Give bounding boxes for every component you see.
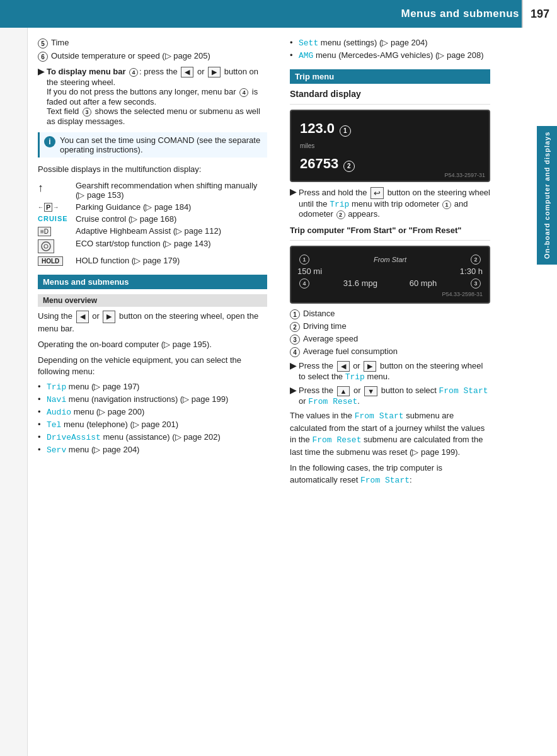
divider-2 [290, 240, 490, 241]
parking-text: Parking Guidance (▷ page 184) [76, 202, 267, 212]
list-item-6: 6 Outside temperature or speed (▷ page 2… [38, 51, 267, 62]
menu-amg-text: AMG menu (Mercedes-AMG vehicles) (▷ page… [299, 50, 484, 60]
depending-text: Depending on the vehicle equipment, you … [38, 355, 267, 379]
cruise-text: Cruise control (▷ page 168) [76, 214, 267, 224]
btn-left-3[interactable]: ◀ [337, 361, 350, 372]
btn-left-2[interactable]: ◀ [76, 311, 89, 323]
menu-item-audio: • Audio menu (▷ page 200) [38, 407, 267, 417]
highbeam-text: Adaptive Highbeam Assist (▷ page 112) [76, 226, 267, 236]
right-column: • Sett menu (settings) (▷ page 204) • AM… [280, 28, 525, 756]
btn-down[interactable]: ▼ [364, 386, 377, 396]
highbeam-icon: ≡D [38, 227, 51, 236]
menu-item-serv: • Serv menu (▷ page 204) [38, 445, 267, 455]
screen1-callout1: 1 [340, 125, 351, 137]
feature-cruise: CRUISE Cruise control (▷ page 168) [38, 214, 267, 224]
item-2-label: Driving time [303, 321, 347, 331]
svg-point-0 [42, 242, 50, 251]
feature-gearshift: ↑ Gearshift recommendation when shifting… [38, 181, 267, 200]
btn-reset[interactable]: ↩ [370, 187, 384, 199]
fs-row-bot: 4 31.6 mpg 60 mph 3 [297, 278, 483, 289]
trip-computer-title: Trip computer "From Start" or "From Rese… [290, 226, 490, 235]
hold-icon: HOLD [38, 256, 63, 266]
fs-callout-3: 3 [469, 278, 483, 289]
btn-left-1[interactable]: ◀ [181, 67, 193, 77]
values-explanation: The values in the From Start submenu are… [290, 410, 490, 459]
eco-icon-col [38, 239, 76, 253]
menu-sett-text: Sett menu (settings) (▷ page 204) [299, 38, 428, 48]
header-bar: Menus and submenus 197 [0, 0, 557, 28]
display-menu-bar-text: To display menu bar 4: press the ◀ or ▶ … [47, 67, 267, 126]
item-1-label: Distance [303, 309, 335, 318]
numbered-item-2: 2 Driving time [290, 321, 490, 332]
fs-row-mid: 150 mi 1:30 h [297, 266, 483, 276]
info-text: You can set the time using COMAND (see t… [60, 135, 263, 154]
circle-item-2: 2 [290, 322, 300, 332]
press-steer-1: ▶ Press the ◀ or ▶ button on the steerin… [290, 361, 490, 382]
screen-standard-display: 123.0 1 miles 26753 2 P54.33-2597-31 [290, 110, 490, 182]
arrow-btn-2: ▶ [290, 386, 296, 395]
numbered-item-3: 3 Average speed [290, 334, 490, 345]
list-item-5: 5 Time [38, 38, 267, 49]
item-4-label: Average fuel consumption [303, 346, 398, 356]
arrow-steer-1: ▶ [290, 361, 296, 370]
gearshift-text: Gearshift recommendation when shifting m… [76, 181, 267, 200]
circle-item-3: 3 [290, 335, 300, 345]
menu-item-driveassist: • DriveAssist menu (assistance) (▷ page … [38, 432, 267, 442]
item-6-text: Outside temperature or speed (▷ page 205… [51, 51, 210, 60]
btn-up[interactable]: ▲ [337, 386, 350, 396]
eco-icon [38, 239, 54, 253]
item-5-text: Time [51, 38, 69, 47]
numbered-item-1: 1 Distance [290, 309, 490, 319]
side-tab: On-board computer and displays [537, 126, 557, 265]
screen1-value1: 123.0 [300, 120, 335, 136]
btn-right-2[interactable]: ▶ [103, 311, 115, 323]
standard-display-title: Standard display [290, 89, 490, 99]
circle-item-1: 1 [290, 309, 300, 319]
menu-item-navi: • Navi menu (navigation instructions) (▷… [38, 394, 267, 404]
cruise-icon-col: CRUISE [38, 214, 76, 222]
screen-from-start: 1 From Start 2 150 mi 1:30 h 4 31.6 mpg … [290, 246, 490, 304]
feature-highbeam: ≡D Adaptive Highbeam Assist (▷ page 112) [38, 226, 267, 236]
menu-item-amg: • AMG menu (Mercedes-AMG vehicles) (▷ pa… [290, 50, 490, 60]
page-number: 197 [522, 0, 557, 28]
menu-item-sett: • Sett menu (settings) (▷ page 204) [290, 38, 490, 48]
menu-overview-text: Using the ◀ or ▶ button on the steering … [38, 311, 267, 335]
parking-icon-col: ←P→ [38, 202, 76, 212]
menu-trip-text: Trip menu (▷ page 197) [47, 382, 139, 392]
trip-menu-header: Trip menu [290, 69, 490, 84]
left-column: 5 Time 6 Outside temperature or speed (▷… [0, 28, 280, 756]
highbeam-icon-col: ≡D [38, 226, 76, 236]
arrow-press-hold: ▶ [290, 187, 296, 197]
header-title: Menus and submenus [401, 8, 519, 20]
possible-displays-label: Possible displays in the multifunction d… [38, 164, 267, 176]
press-btn-text-2: Press the ▲ or ▼ button to select From S… [299, 386, 490, 406]
menu-overview-header: Menu overview [38, 294, 267, 307]
press-hold-item: ▶ Press and hold the ↩ button on the ste… [290, 187, 490, 219]
circle-6: 6 [38, 52, 48, 62]
circle-5: 5 [38, 38, 48, 49]
feature-parking: ←P→ Parking Guidance (▷ page 184) [38, 202, 267, 212]
btn-right-1[interactable]: ▶ [208, 67, 221, 77]
svg-point-1 [44, 244, 48, 248]
item-3-label: Average speed [303, 334, 358, 343]
fs-value-150mi: 150 mi [297, 266, 322, 276]
fs-callout-1: 1 [297, 254, 311, 265]
gearshift-icon: ↑ [38, 181, 43, 195]
operating-text: Operating the on-board computer (▷ page … [38, 339, 267, 351]
fs-value-130h: 1:30 h [460, 266, 483, 276]
fs-callout-2: 2 [469, 254, 483, 265]
info-icon: i [44, 136, 55, 147]
circle-item-4: 4 [290, 347, 300, 357]
screen1-data: 123.0 1 miles 26753 2 [300, 117, 355, 175]
info-box: i You can set the time using COMAND (see… [38, 132, 267, 158]
fs-label-from-start: From Start [374, 256, 406, 263]
fs-value-mph: 60 mph [410, 278, 437, 288]
left-edge-decoration [0, 0, 28, 756]
btn-right-3[interactable]: ▶ [364, 361, 376, 372]
menu-audio-text: Audio menu (▷ page 200) [47, 407, 144, 417]
press-steer-text-1: Press the ◀ or ▶ button on the steering … [299, 361, 490, 382]
numbered-item-4: 4 Average fuel consumption [290, 346, 490, 357]
fs-callout-4: 4 [297, 278, 311, 289]
screen1-callout2: 2 [343, 161, 355, 172]
menu-navi-text: Navi menu (navigation instructions) (▷ p… [47, 394, 228, 404]
